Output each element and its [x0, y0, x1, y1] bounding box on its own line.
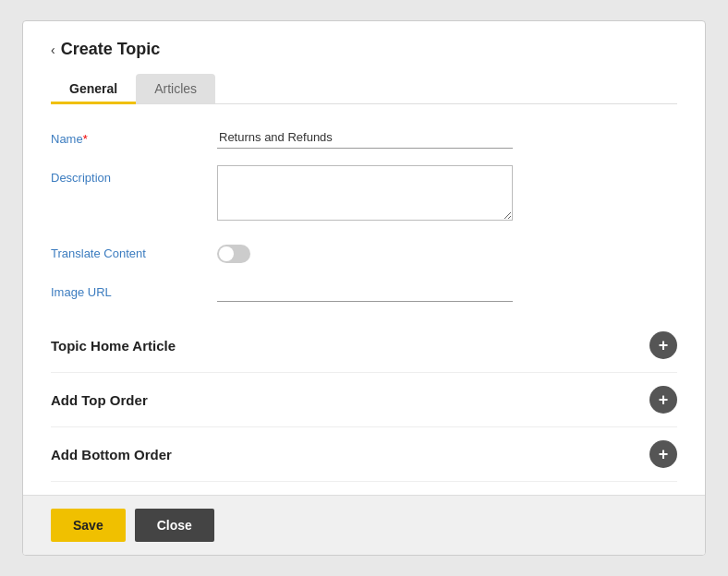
topic-home-article-add-button[interactable]: + [649, 331, 677, 359]
close-button[interactable]: Close [135, 509, 214, 542]
image-url-input[interactable] [217, 280, 513, 302]
description-row: Description [51, 165, 677, 224]
topic-home-article-label: Topic Home Article [51, 338, 176, 354]
save-button[interactable]: Save [51, 509, 126, 542]
tab-articles[interactable]: Articles [136, 74, 215, 103]
section-rows: Topic Home Article + Add Top Order + Add… [51, 318, 677, 482]
add-bottom-order-label: Add Bottom Order [51, 447, 172, 462]
page-title: Create Topic [61, 40, 161, 59]
create-topic-modal: ‹ Create Topic General Articles Name* De… [22, 20, 706, 556]
back-chevron-icon: ‹ [51, 42, 55, 57]
form-section: Name* Description Translate Content [51, 126, 677, 302]
image-url-row: Image URL [51, 280, 677, 302]
image-url-label: Image URL [51, 280, 217, 299]
topic-home-article-row: Topic Home Article + [51, 318, 677, 373]
image-url-input-wrap [217, 280, 677, 302]
translate-label: Translate Content [51, 241, 217, 260]
description-label: Description [51, 165, 217, 185]
description-textarea[interactable] [217, 165, 513, 221]
name-label: Name* [51, 126, 217, 146]
name-input-wrap [217, 126, 677, 149]
name-input[interactable] [217, 126, 513, 149]
modal-body: ‹ Create Topic General Articles Name* De… [23, 21, 705, 495]
add-bottom-order-button[interactable]: + [649, 440, 677, 468]
add-top-order-row: Add Top Order + [51, 373, 677, 427]
back-link[interactable]: ‹ Create Topic [51, 40, 677, 59]
description-input-wrap [217, 165, 677, 224]
add-top-order-button[interactable]: + [649, 386, 677, 414]
tab-general[interactable]: General [51, 74, 136, 103]
translate-row: Translate Content [51, 241, 677, 263]
translate-toggle[interactable] [217, 245, 250, 263]
tab-bar: General Articles [51, 74, 677, 104]
add-bottom-order-row: Add Bottom Order + [51, 427, 677, 482]
add-top-order-label: Add Top Order [51, 392, 148, 408]
translate-toggle-wrap [217, 241, 677, 263]
name-row: Name* [51, 126, 677, 149]
modal-footer: Save Close [23, 495, 705, 555]
